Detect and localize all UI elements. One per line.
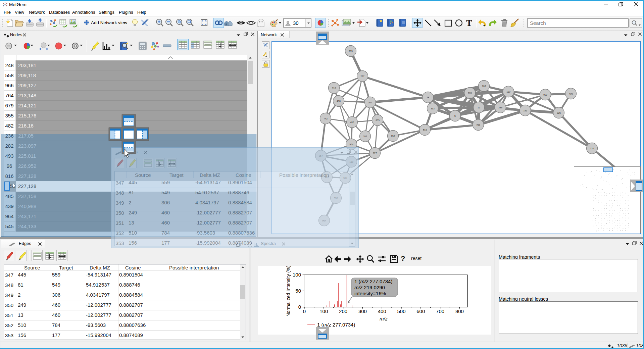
- svg-text:m/z 219.0290: m/z 219.0290: [354, 285, 385, 290]
- svg-text:900: 900: [543, 94, 547, 96]
- svg-text:510: 510: [423, 129, 427, 131]
- svg-text:100: 100: [319, 308, 328, 314]
- svg-text:5: 5: [454, 115, 456, 117]
- svg-text:500: 500: [397, 308, 405, 314]
- svg-text:743: 743: [324, 117, 328, 120]
- svg-text:727: 727: [373, 152, 377, 154]
- svg-text:400: 400: [378, 308, 386, 314]
- svg-text:130: 130: [506, 91, 510, 93]
- svg-text:28: 28: [427, 96, 429, 99]
- svg-text:765: 765: [349, 50, 353, 52]
- svg-text:163: 163: [482, 85, 486, 87]
- svg-text:735: 735: [590, 147, 594, 150]
- svg-text:486: 486: [350, 121, 354, 123]
- svg-text:784: 784: [476, 124, 480, 126]
- svg-text:15: 15: [478, 106, 480, 109]
- svg-text:800: 800: [455, 308, 464, 314]
- svg-text:100: 100: [293, 272, 301, 278]
- svg-text:300: 300: [358, 308, 367, 314]
- svg-text:50: 50: [295, 288, 301, 294]
- svg-text:Normalized Intensity (%): Normalized Intensity (%): [286, 266, 291, 316]
- svg-text:205: 205: [468, 92, 472, 94]
- svg-text:600: 600: [416, 308, 425, 314]
- svg-text:0: 0: [303, 308, 306, 314]
- svg-text:m/z: m/z: [380, 316, 388, 321]
- svg-text:762: 762: [363, 135, 367, 138]
- svg-text:910: 910: [332, 87, 336, 89]
- svg-text:805: 805: [376, 119, 380, 121]
- svg-text:409: 409: [569, 93, 573, 95]
- svg-text:307: 307: [368, 101, 372, 104]
- svg-text:200: 200: [339, 308, 347, 314]
- svg-text:468: 468: [337, 100, 341, 102]
- svg-text:1 (m/z 277.0734): 1 (m/z 277.0734): [354, 279, 392, 284]
- svg-text:700: 700: [436, 308, 444, 314]
- svg-text:656: 656: [391, 135, 395, 137]
- svg-text:227: 227: [360, 75, 364, 78]
- svg-text:289: 289: [498, 106, 502, 109]
- svg-text:intensity=16%: intensity=16%: [354, 291, 386, 296]
- svg-text:504: 504: [349, 143, 353, 146]
- svg-text:0: 0: [298, 304, 301, 310]
- svg-text:325: 325: [557, 112, 561, 114]
- svg-text:333: 333: [431, 107, 435, 110]
- svg-text:185: 185: [523, 109, 527, 112]
